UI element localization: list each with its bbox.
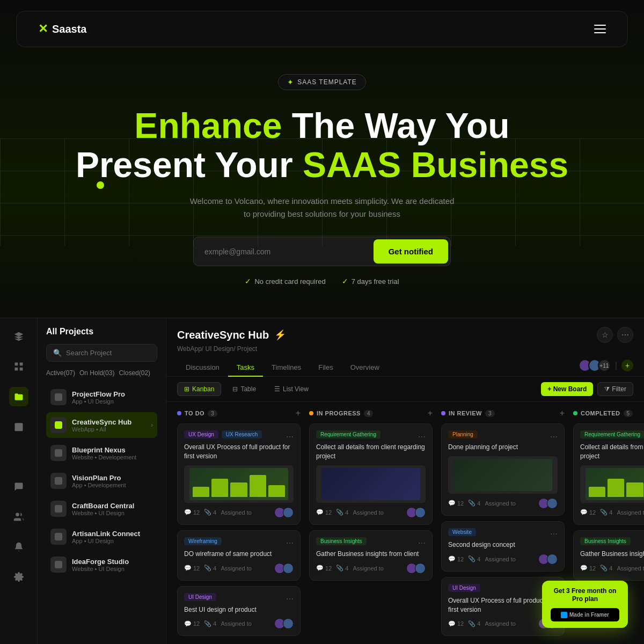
search-input[interactable]	[66, 349, 150, 357]
hero-title-accent2: SAAS Business	[303, 145, 568, 185]
sidebar-icon-chart[interactable]	[9, 447, 28, 466]
check-label-2: 7 days free trial	[352, 277, 399, 286]
card-more-button[interactable]: ⋯	[286, 433, 294, 441]
project-item[interactable]: VisionPlan Pro App • Developement	[46, 468, 157, 494]
project-item[interactable]: ArtisanLink Connect App • UI Design	[46, 524, 157, 550]
table-view-button[interactable]: ⊟ Table	[225, 382, 263, 396]
kanban-card[interactable]: Planning ⋯ Done planning of project 💬12 …	[441, 423, 565, 516]
project-title-left: CreativeSync Hub ⚡	[177, 329, 286, 341]
assigned-label: Assigned to	[485, 500, 515, 507]
notify-button[interactable]: Get notified	[374, 239, 448, 264]
card-more-button[interactable]: ⋯	[550, 530, 558, 538]
filter-closed[interactable]: Closed(02)	[119, 369, 150, 377]
tab-files[interactable]: Files	[310, 359, 341, 377]
search-box[interactable]: 🔍	[46, 344, 157, 362]
card-title: Best UI design of product	[184, 605, 294, 614]
project-item[interactable]: IdeaForge Studio Website • UI Design	[46, 552, 157, 577]
bar-1	[589, 487, 605, 497]
col-add-button[interactable]: +	[428, 408, 433, 418]
assigned-label: Assigned to	[617, 509, 644, 516]
card-more-button[interactable]: ⋯	[418, 539, 426, 547]
promo-popup[interactable]: Get 3 Free month on Pro plan Made in Fra…	[542, 581, 628, 628]
svg-rect-3	[19, 368, 23, 371]
menu-button[interactable]	[594, 25, 606, 33]
card-avatars	[274, 618, 294, 629]
kanban-card[interactable]: Requirement Gathering ⋯ Collect all deta…	[573, 423, 644, 525]
tab-timelines[interactable]: Timelines	[263, 359, 310, 377]
tab-discussion[interactable]: Discussion	[177, 359, 228, 377]
check-no-credit: ✓ No credit card required	[245, 277, 325, 286]
more-button[interactable]: ⋯	[617, 327, 633, 343]
star-button[interactable]: ☆	[597, 327, 613, 343]
card-footer: 💬12 📎4 Assigned to	[316, 563, 426, 574]
kanban-card[interactable]: UX DesignUX Research ⋯ Overall UX Proces…	[177, 423, 301, 525]
card-more-button[interactable]: ⋯	[286, 595, 294, 603]
tab-tasks[interactable]: Tasks	[228, 359, 263, 377]
kanban-view-button[interactable]: ⊞ Kanban	[177, 382, 221, 396]
col-dot	[441, 411, 445, 415]
sidebar-icon-chat[interactable]	[9, 477, 28, 496]
card-attachments: 📎4	[468, 500, 480, 507]
sidebar-icon-calendar[interactable]	[9, 417, 28, 436]
project-meta: WebApp • All	[72, 426, 145, 433]
card-avatars	[406, 507, 426, 518]
col-title-wrap: IN PROGRESS 4	[309, 410, 373, 417]
card-tags-row: Requirement Gathering ⋯	[316, 430, 426, 443]
sidebar-icon-bell[interactable]	[9, 537, 28, 557]
filter-hold[interactable]: On Hold(03)	[79, 369, 114, 377]
sidebar-icon-grid[interactable]	[9, 357, 28, 376]
search-icon: 🔍	[53, 349, 62, 357]
project-icon	[50, 501, 67, 517]
col-add-button[interactable]: +	[296, 408, 301, 418]
tab-overview[interactable]: Overview	[342, 359, 388, 377]
card-more-button[interactable]: ⋯	[286, 539, 294, 547]
card-tag: Website	[448, 528, 476, 536]
bar-4	[250, 475, 266, 496]
kanban-card[interactable]: Business Insights ⋯ Gather Business insi…	[573, 530, 644, 581]
project-name: Blueprint Nexus	[72, 446, 153, 454]
sidebar-icon-users[interactable]	[9, 507, 28, 526]
col-title: COMPLETED	[581, 410, 620, 416]
card-comments: 💬12	[580, 565, 596, 572]
check-icon-1: ✓	[245, 277, 251, 286]
sidebar-icon-settings[interactable]	[9, 567, 28, 587]
card-stats: 💬12 📎4 Assigned to	[184, 565, 252, 572]
new-board-button[interactable]: + New Board	[541, 382, 593, 396]
kanban-column: TO DO 3 + UX DesignUX Research ⋯ Overall…	[177, 408, 301, 644]
card-avatars	[538, 498, 558, 509]
kanban-card[interactable]: UI Design ⋯ Best UI design of product 💬1…	[177, 586, 301, 636]
list-view-button[interactable]: ☰ List View	[267, 382, 316, 396]
framer-logo-icon	[561, 612, 567, 618]
col-add-button[interactable]: +	[560, 408, 565, 418]
assigned-label: Assigned to	[221, 620, 251, 627]
card-footer: 💬12 📎4 Assigned to	[184, 507, 294, 518]
filter-button[interactable]: ⧩ Filter	[597, 382, 633, 396]
card-attachments: 📎4	[600, 565, 612, 572]
card-tags: Planning	[448, 430, 478, 438]
card-more-button[interactable]: ⋯	[550, 433, 558, 441]
kanban-card[interactable]: Website ⋯ Second design concept 💬12 📎4 A…	[441, 521, 565, 572]
project-item[interactable]: ProjectFlow Pro App • UI Design	[46, 384, 157, 410]
card-stats: 💬12 📎4 Assigned to	[316, 565, 384, 572]
kanban-card[interactable]: Requirement Gathering ⋯ Collect all deta…	[309, 423, 433, 525]
card-attachments: 📎4	[336, 565, 348, 572]
sidebar-icon-home[interactable]	[9, 327, 28, 346]
project-item[interactable]: CraftBoard Central Website • UI Design	[46, 496, 157, 522]
assigned-label: Assigned to	[485, 556, 515, 562]
kanban-card[interactable]: Business Insights ⋯ Gather Business insi…	[309, 530, 433, 581]
card-more-button[interactable]: ⋯	[418, 433, 426, 441]
project-item[interactable]: Blueprint Nexus Website • Developement	[46, 440, 157, 466]
email-input[interactable]	[194, 237, 371, 266]
project-item[interactable]: CreativeSync Hub WebApp • All ›	[46, 412, 157, 438]
sidebar-icon-folder[interactable]	[9, 387, 28, 406]
col-title: TO DO	[185, 410, 204, 416]
filter-active[interactable]: Active(07)	[46, 369, 75, 377]
card-title: Gather Business insights from client	[316, 550, 426, 559]
assigned-label: Assigned to	[221, 565, 251, 572]
card-title: Overall UX Process of full product for f…	[184, 443, 294, 461]
kanban-card[interactable]: Wireframing ⋯ DO wireframe of same produ…	[177, 530, 301, 581]
add-member-button[interactable]: +	[621, 360, 633, 371]
check-label-1: No credit card required	[254, 277, 325, 286]
navbar: ✕ Saasta	[16, 11, 628, 47]
project-icon	[50, 473, 67, 489]
